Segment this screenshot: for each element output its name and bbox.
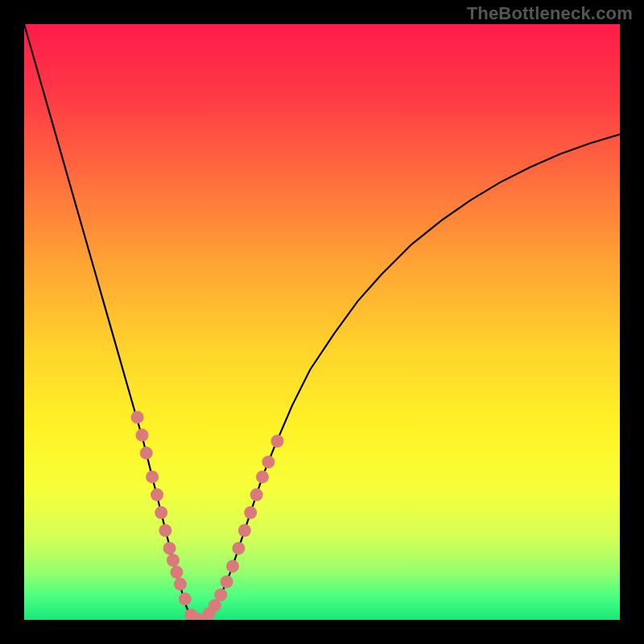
marker-dot [238, 524, 251, 537]
marker-dot [170, 566, 183, 579]
watermark-text: TheBottleneck.com [467, 3, 633, 24]
marker-dot [232, 542, 245, 555]
marker-dot [159, 524, 171, 537]
marker-dot [179, 592, 192, 605]
marker-dot [136, 429, 149, 442]
marker-dot [140, 447, 153, 460]
chart-frame: TheBottleneck.com [0, 0, 644, 644]
marker-dot [155, 506, 167, 519]
marker-dot [214, 588, 227, 601]
marker-dot [244, 506, 257, 519]
marker-dot [174, 578, 187, 591]
plot-area [24, 24, 620, 620]
marker-dot [151, 489, 163, 502]
chart-svg [24, 24, 620, 620]
marker-dot [131, 411, 144, 423]
marker-dot [163, 542, 176, 555]
marker-dot [250, 489, 263, 502]
marker-dot [167, 554, 180, 567]
marker-dot [146, 470, 159, 483]
gradient-background [24, 24, 620, 620]
marker-dot [226, 559, 239, 572]
marker-dot [271, 435, 284, 448]
marker-dot [262, 456, 275, 469]
marker-dot [221, 576, 233, 588]
marker-dot [256, 470, 269, 483]
